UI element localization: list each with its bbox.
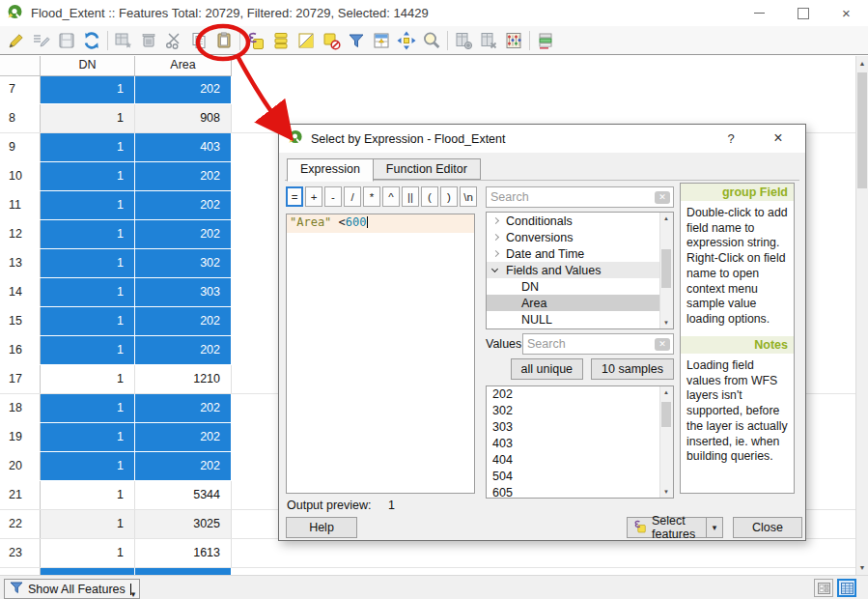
operator-button[interactable]: ) [440, 186, 458, 207]
chevron-right-icon[interactable] [491, 250, 499, 258]
cell-dn[interactable]: 1 [41, 104, 135, 132]
add-feature-icon[interactable] [111, 28, 136, 53]
all-unique-button[interactable]: all unique [511, 358, 584, 380]
ten-samples-button[interactable]: 10 samples [591, 358, 674, 380]
value-item[interactable]: 202 [487, 386, 673, 403]
cell-area[interactable]: 202 [135, 220, 232, 248]
cell-dn[interactable] [41, 568, 135, 575]
cell-area[interactable]: 202 [135, 452, 232, 480]
new-field-icon[interactable] [451, 28, 476, 53]
table-row[interactable]: 71202 [0, 75, 868, 104]
cell-area[interactable]: 1210 [135, 365, 232, 393]
delete-selected-icon[interactable] [136, 28, 161, 53]
values-search-input[interactable] [523, 337, 655, 351]
cell-dn[interactable]: 1 [41, 191, 135, 219]
row-number[interactable]: 11 [0, 191, 41, 219]
save-edits-icon[interactable] [54, 28, 79, 53]
paste-icon[interactable] [211, 28, 237, 53]
cell-dn[interactable]: 1 [41, 365, 135, 393]
table-row[interactable]: 2311613 [0, 539, 868, 568]
row-number[interactable]: 14 [0, 278, 41, 306]
cell-dn[interactable]: 1 [41, 336, 135, 364]
row-number[interactable]: 21 [0, 481, 41, 509]
row-number[interactable]: 9 [0, 133, 41, 161]
row-number[interactable]: 23 [0, 539, 41, 567]
cell-dn[interactable]: 1 [41, 162, 135, 190]
cell-dn[interactable]: 1 [41, 278, 135, 306]
cell-dn[interactable]: 1 [41, 307, 135, 335]
cell-area[interactable]: 1613 [135, 539, 232, 567]
cell-area[interactable]: 202 [135, 75, 232, 103]
cell-area[interactable]: 3025 [135, 510, 232, 538]
operator-button[interactable]: = [286, 186, 303, 207]
tree-item-null[interactable]: NULL [487, 311, 673, 328]
cell-dn[interactable]: 1 [41, 423, 135, 451]
row-number[interactable] [0, 568, 41, 575]
clear-search-icon[interactable]: ✕ [655, 191, 670, 204]
header-corner[interactable] [0, 56, 41, 75]
cell-area[interactable]: 202 [135, 307, 232, 335]
copy-icon[interactable] [186, 28, 211, 53]
scroll-up-icon[interactable] [660, 213, 672, 224]
cell-area[interactable]: 202 [135, 394, 232, 422]
row-number[interactable]: 22 [0, 510, 41, 538]
maximize-button[interactable] [781, 0, 825, 26]
cell-area[interactable]: 202 [135, 191, 232, 219]
scroll-down-icon[interactable] [660, 317, 672, 328]
filter-features-icon[interactable] [344, 28, 369, 53]
row-number[interactable]: 18 [0, 394, 41, 422]
reload-icon[interactable] [79, 28, 104, 53]
select-all-icon[interactable] [268, 28, 294, 53]
cell-dn[interactable]: 1 [41, 133, 135, 161]
main-vertical-scrollbar[interactable] [855, 56, 868, 575]
show-all-features-button[interactable]: Show All Features [4, 579, 140, 599]
toggle-editing-icon[interactable] [4, 28, 29, 53]
cell-area[interactable]: 302 [135, 249, 232, 277]
move-selection-to-top-icon[interactable] [369, 28, 394, 53]
cell-dn[interactable]: 1 [41, 75, 135, 103]
cell-dn[interactable]: 1 [41, 481, 135, 509]
row-number[interactable]: 15 [0, 307, 41, 335]
row-number[interactable]: 19 [0, 423, 41, 451]
operator-button[interactable]: || [402, 186, 419, 207]
table-view-button[interactable] [837, 579, 856, 597]
row-number[interactable]: 8 [0, 104, 41, 132]
operator-button[interactable]: ( [421, 186, 438, 207]
tab-function-editor[interactable]: Function Editor [374, 158, 481, 180]
tree-item-date-and-time[interactable]: Date and Time [487, 245, 673, 262]
scroll-up-icon[interactable] [660, 386, 672, 398]
tab-expression[interactable]: Expression [287, 158, 374, 182]
close-button[interactable]: Close [733, 517, 802, 538]
tree-scrollbar[interactable] [659, 213, 673, 328]
row-number[interactable]: 16 [0, 336, 41, 364]
row-number[interactable]: 7 [0, 75, 41, 103]
cell-dn[interactable]: 1 [41, 539, 135, 567]
tree-item-dn[interactable]: DN [487, 278, 673, 295]
operator-button[interactable]: + [305, 186, 322, 207]
dialog-help-button[interactable]: ? [716, 125, 745, 153]
scrollbar-thumb[interactable] [661, 249, 671, 288]
values-scrollbar[interactable] [659, 386, 673, 498]
expression-editor[interactable]: "Area" <600 [286, 214, 475, 494]
cell-area[interactable]: 202 [135, 336, 232, 364]
cell-dn[interactable]: 1 [41, 394, 135, 422]
value-item[interactable]: 403 [487, 436, 673, 452]
help-button[interactable]: Help [286, 517, 357, 538]
select-features-dropdown[interactable] [706, 518, 722, 537]
zoom-to-selection-icon[interactable] [419, 28, 444, 53]
dialog-close-button[interactable]: × [759, 125, 798, 153]
cell-area[interactable]: 202 [135, 162, 232, 190]
values-list[interactable]: 202302303403404504605 [486, 385, 674, 499]
cell-area[interactable]: 5344 [135, 481, 232, 509]
value-item[interactable]: 504 [487, 469, 673, 485]
value-item[interactable]: 303 [487, 419, 673, 436]
operator-button[interactable]: ^ [382, 186, 400, 207]
column-header-area[interactable]: Area [135, 56, 232, 75]
value-item[interactable]: 605 [487, 485, 673, 499]
row-number[interactable]: 12 [0, 220, 41, 248]
row-number[interactable]: 10 [0, 162, 41, 190]
tree-item-conversions[interactable]: Conversions [487, 229, 673, 245]
operator-button[interactable]: * [363, 186, 380, 207]
multiedit-icon[interactable] [29, 28, 54, 53]
operator-button[interactable]: \n [460, 186, 477, 207]
